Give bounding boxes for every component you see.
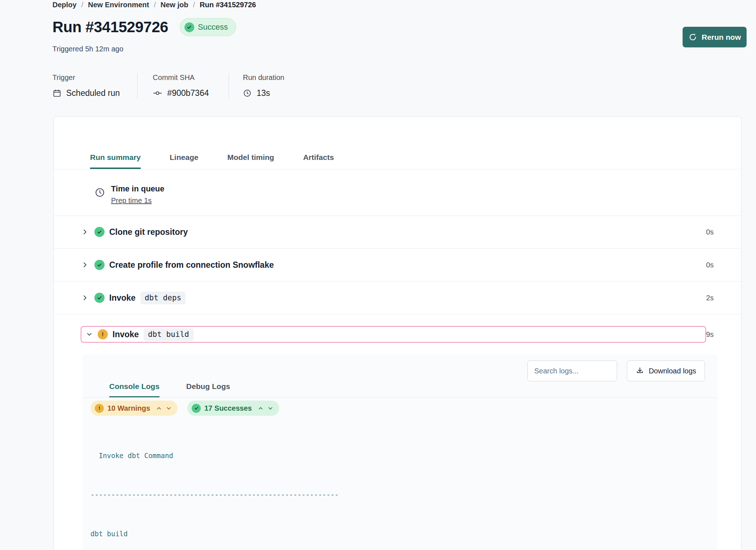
meta-trigger: Trigger Scheduled run [52,73,137,98]
warnings-badge-label: 10 Warnings [107,404,150,412]
step-command-chip: dbt build [144,328,194,341]
console-logs-panel: Console Logs Debug Logs Download logs 10… [82,354,718,550]
expanded-step-box[interactable]: Invoke dbt build [81,326,706,343]
step-create-profile[interactable]: Create profile from connection Snowflake… [54,249,741,282]
step-duration: 0s [706,228,714,236]
rerun-now-button[interactable]: Rerun now [683,27,747,47]
breadcrumb-separator: / [81,1,84,9]
tab-model-timing[interactable]: Model timing [227,153,274,169]
tabs-divider [54,169,741,169]
step-label: Clone git repository [109,227,188,237]
trigger-label: Trigger [52,73,120,82]
log-divider-line: ----------------------------------------… [90,488,705,501]
status-badge: Success [180,18,236,36]
chevron-right-icon[interactable] [81,261,89,269]
status-badge-label: Success [198,22,228,32]
breadcrumb-environment[interactable]: New Environment [88,1,149,9]
commit-label: Commit SHA [153,73,209,82]
refresh-icon [688,33,697,42]
check-circle-icon [192,404,201,413]
exclamation-circle-icon [95,404,104,413]
log-command: dbt build [90,527,705,540]
log-tabs-divider [82,397,718,398]
caret-up-icon[interactable] [258,405,264,411]
divider [54,216,741,216]
successes-badge-label: 17 Successes [204,404,252,412]
breadcrumb-job[interactable]: New job [161,1,188,9]
rerun-now-label: Rerun now [702,33,741,42]
tab-debug-logs[interactable]: Debug Logs [186,382,230,398]
breadcrumb-separator: / [193,1,195,9]
commit-icon [153,88,162,98]
check-circle-icon [94,227,105,237]
chevron-down-icon[interactable] [86,331,93,338]
breadcrumb-current-run: Run #341529726 [200,1,256,9]
meta-commit: Commit SHA #900b7364 [137,73,229,98]
page-title: Run #341529726 [52,18,168,36]
clock-icon [243,89,252,98]
tab-run-summary[interactable]: Run summary [90,153,141,169]
check-circle-icon [94,260,105,270]
chevron-right-icon[interactable] [81,228,89,236]
log-command-header: Invoke dbt Command [90,449,705,462]
search-logs-input[interactable] [527,360,617,381]
triggered-timestamp: Triggered 5h 12m ago [52,45,123,53]
step-duration: 9s [706,330,714,339]
download-logs-label: Download logs [649,367,696,375]
step-label: Invoke [112,330,139,339]
exclamation-circle-icon [98,329,108,339]
check-circle-icon [94,293,105,303]
tab-artifacts[interactable]: Artifacts [303,153,334,169]
chevron-right-icon[interactable] [81,294,89,302]
breadcrumb-separator: / [154,1,156,9]
log-output: Invoke dbt Command ---------------------… [90,423,705,550]
log-tabs: Console Logs Debug Logs [109,354,230,398]
step-duration: 0s [706,261,714,269]
run-summary-card: Run summary Lineage Model timing Artifac… [54,117,742,550]
step-duration: 2s [706,294,714,302]
run-tabs: Run summary Lineage Model timing Artifac… [90,117,334,169]
step-command-chip: dbt deps [140,292,186,304]
prep-time-link[interactable]: Prep time 1s [111,196,165,205]
caret-up-icon[interactable] [156,405,162,411]
step-label: Invoke [109,293,136,303]
download-icon [636,367,644,375]
step-list: Clone git repository 0s Create profile f… [54,216,741,354]
step-invoke-dbt-build[interactable]: Invoke dbt build 9s [54,314,741,354]
calendar-icon [52,89,61,98]
commit-value: #900b7364 [167,88,209,98]
step-clone-git-repository[interactable]: Clone git repository 0s [54,216,741,249]
duration-label: Run duration [243,73,284,82]
caret-down-icon[interactable] [166,405,172,411]
step-label: Create profile from connection Snowflake [109,260,274,270]
successes-badge[interactable]: 17 Successes [187,401,279,416]
trigger-value: Scheduled run [66,88,120,98]
tab-lineage[interactable]: Lineage [170,153,198,169]
breadcrumb: Deploy / New Environment / New job / Run… [52,1,256,9]
clock-icon [94,184,105,205]
duration-value: 13s [256,88,270,98]
check-circle-icon [184,22,194,32]
caret-down-icon[interactable] [267,405,273,411]
meta-duration: Run duration 13s [229,73,284,98]
download-logs-button[interactable]: Download logs [627,360,705,381]
time-in-queue-title: Time in queue [111,184,165,194]
breadcrumb-deploy[interactable]: Deploy [52,1,77,9]
time-in-queue: Time in queue Prep time 1s [94,184,165,205]
tab-console-logs[interactable]: Console Logs [109,382,160,398]
run-meta: Trigger Scheduled run Commit SHA #900b73… [52,73,284,98]
step-invoke-dbt-deps[interactable]: Invoke dbt deps 2s [54,282,741,314]
title-row: Run #341529726 Success [52,18,236,36]
warnings-badge[interactable]: 10 Warnings [90,401,178,416]
